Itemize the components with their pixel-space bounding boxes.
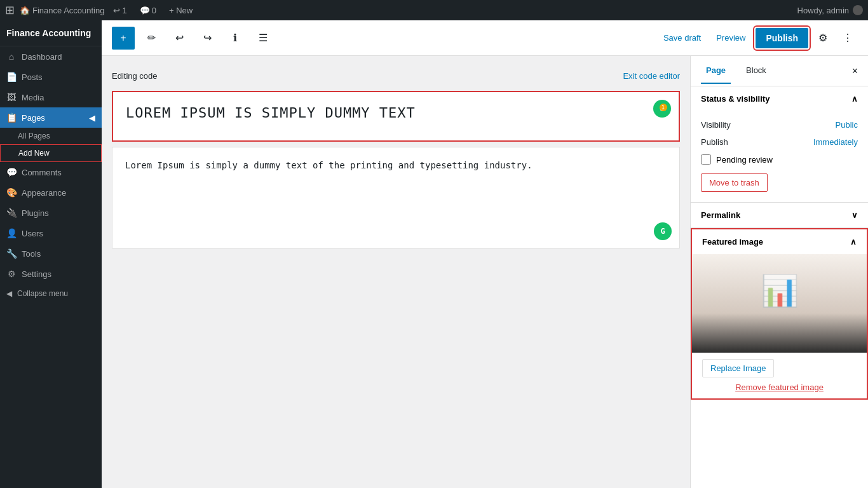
pencil-icon: ✏ — [147, 32, 156, 44]
sidebar-item-appearance[interactable]: 🎨 Appearance — [0, 182, 102, 203]
grammarly-notification: 1 — [660, 104, 667, 111]
redo-icon: ↪ — [203, 32, 212, 44]
status-visibility-header[interactable]: Status & visibility — [691, 86, 868, 111]
editor-wrap: + ✏ ↩ ↪ ℹ ☰ Save draft Preview Publish — [102, 20, 868, 488]
sidebar-item-all-pages[interactable]: All Pages — [0, 128, 102, 144]
pending-review-checkbox[interactable] — [701, 154, 711, 165]
visibility-value[interactable]: Public — [836, 120, 858, 130]
undo-icon: ↩ — [175, 32, 184, 44]
svg-rect-11 — [756, 307, 787, 329]
permalink-header[interactable]: Permalink — [691, 203, 868, 227]
sidebar-item-tools[interactable]: 🔧 Tools — [0, 243, 102, 264]
media-icon: 🖼 — [6, 92, 17, 102]
revision-item[interactable]: ↩ 1 — [109, 6, 130, 15]
featured-image-preview — [692, 254, 867, 353]
pages-arrow-icon: ◀ — [89, 113, 95, 123]
list-icon: ☰ — [259, 32, 268, 44]
preview-button[interactable]: Preview — [711, 30, 750, 45]
toolbar-right: Save draft Preview Publish ⚙ ⋮ — [658, 28, 858, 48]
tab-page[interactable]: Page — [701, 58, 731, 84]
sidebar-item-plugins[interactable]: 🔌 Plugins — [0, 203, 102, 223]
comments-icon: 💬 — [6, 167, 17, 177]
publish-schedule-label: Publish — [701, 137, 728, 147]
svg-rect-13 — [766, 315, 771, 324]
site-name[interactable]: 🏠 Finance Accounting — [20, 6, 104, 15]
featured-image-section: Featured image — [691, 228, 868, 400]
featured-image-chevron-up-icon — [850, 237, 857, 247]
list-view-button[interactable]: ☰ — [252, 27, 275, 50]
pages-icon: 📋 — [6, 112, 17, 123]
publish-row: Publish Immediately — [701, 133, 858, 151]
sidebar-item-add-new[interactable]: Add New — [0, 144, 102, 162]
editing-code-bar: Editing code Exit code editor — [112, 66, 680, 86]
tab-block[interactable]: Block — [741, 58, 771, 84]
add-block-button[interactable]: + — [112, 27, 135, 50]
sidebar-item-users[interactable]: 👤 Users — [0, 223, 102, 243]
svg-point-9 — [774, 311, 791, 323]
text-block[interactable]: Lorem Ipsum is simply a dummy text of th… — [112, 147, 680, 248]
sidebar-item-dashboard[interactable]: ⌂ Dashboard — [0, 46, 102, 67]
visibility-row: Visibility Public — [701, 116, 858, 133]
heading-block[interactable]: LOREM IPSUM IS SIMPLY DUMMY TEXT G 1 — [112, 91, 680, 142]
exit-code-editor-link[interactable]: Exit code editor — [623, 71, 680, 81]
svg-point-7 — [800, 276, 823, 302]
visibility-label: Visibility — [701, 120, 731, 130]
svg-point-16 — [806, 335, 829, 345]
revision-icon: ↩ — [113, 6, 120, 15]
more-options-button[interactable]: ⋮ — [837, 29, 858, 46]
sidebar-collapse[interactable]: ◀ Collapse menu — [0, 284, 102, 303]
svg-rect-12 — [759, 311, 764, 324]
svg-point-15 — [783, 330, 808, 343]
users-icon: 👤 — [6, 228, 17, 238]
publish-schedule-value[interactable]: Immediately — [813, 137, 858, 147]
new-item[interactable]: + New — [165, 6, 196, 15]
status-chevron-up-icon — [851, 94, 858, 104]
collapse-icon: ◀ — [6, 289, 12, 298]
body-text: Lorem Ipsum is simply a dummy text of th… — [125, 160, 532, 170]
admin-bar: ⊞ 🏠 Finance Accounting ↩ 1 💬 0 + New How… — [0, 0, 868, 20]
svg-rect-2 — [700, 311, 859, 353]
plugins-icon: 🔌 — [6, 208, 17, 218]
move-to-trash-button[interactable]: Move to trash — [701, 173, 768, 192]
sidebar-item-media[interactable]: 🖼 Media — [0, 87, 102, 107]
posts-icon: 📄 — [6, 72, 17, 82]
panel-tabs: Page Block × — [691, 56, 868, 86]
svg-rect-10 — [754, 305, 789, 330]
status-visibility-section: Status & visibility Visibility Public Pu… — [691, 86, 868, 203]
sidebar-panel: Page Block × Status & visibility Visibil… — [690, 56, 868, 488]
grammarly-badge-bottom: G — [654, 222, 672, 240]
sidebar-item-posts[interactable]: 📄 Posts — [0, 67, 102, 87]
avatar — [853, 5, 863, 15]
editor-main: Editing code Exit code editor LOREM IPSU… — [102, 56, 690, 488]
remove-featured-image-button[interactable]: Remove featured image — [702, 383, 857, 392]
sidebar-logo: Finance Accounting — [0, 20, 102, 46]
settings-icon: ⚙ — [6, 269, 17, 279]
svg-rect-0 — [700, 254, 859, 353]
sidebar: Finance Accounting ⌂ Dashboard 📄 Posts 🖼… — [0, 20, 102, 488]
sidebar-item-pages[interactable]: 📋 Pages ◀ — [0, 107, 102, 128]
featured-image-header[interactable]: Featured image — [692, 229, 867, 254]
comment-icon: 💬 — [140, 6, 150, 15]
edit-button[interactable]: ✏ — [140, 27, 163, 50]
heading-text: LOREM IPSUM IS SIMPLY DUMMY TEXT — [126, 105, 416, 121]
settings-button[interactable]: ⚙ — [813, 29, 832, 46]
svg-rect-5 — [776, 308, 824, 311]
publish-button[interactable]: Publish — [756, 28, 808, 48]
info-button[interactable]: ℹ — [224, 27, 247, 50]
svg-rect-6 — [775, 315, 825, 318]
editing-code-label: Editing code — [112, 71, 158, 81]
wp-logo-icon[interactable]: ⊞ — [5, 3, 15, 17]
featured-image-svg — [692, 254, 867, 353]
sidebar-item-settings[interactable]: ⚙ Settings — [0, 264, 102, 284]
panel-close-button[interactable]: × — [852, 65, 858, 77]
permalink-section: Permalink — [691, 203, 868, 228]
replace-image-button[interactable]: Replace Image — [702, 359, 774, 377]
save-draft-button[interactable]: Save draft — [658, 30, 706, 45]
comment-item[interactable]: 💬 0 — [136, 6, 160, 15]
pending-review-label: Pending review — [716, 155, 773, 165]
sidebar-item-comments[interactable]: 💬 Comments — [0, 162, 102, 182]
dashboard-icon: ⌂ — [6, 51, 17, 62]
svg-point-3 — [773, 292, 831, 337]
redo-button[interactable]: ↪ — [196, 27, 219, 50]
undo-button[interactable]: ↩ — [168, 27, 191, 50]
